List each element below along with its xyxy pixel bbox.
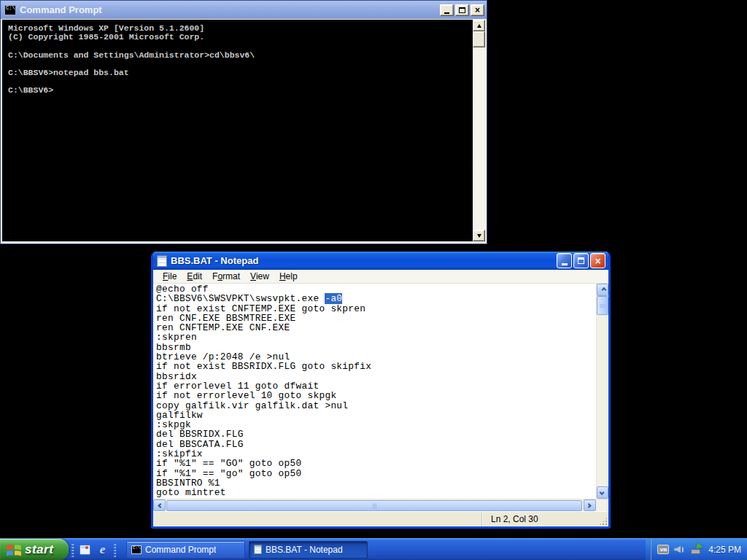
notepad-line: C:\BBSV6\SWSVPKT\swsvpkt.exe -a0 [156,294,596,303]
notepad-line: ren CNFTEMP.EXE CNF.EXE [156,323,596,332]
notepad-line: :skipfix [156,449,596,459]
cmd-close-button[interactable]: × [471,4,484,16]
notepad-window-title: BBS.BAT - Notepad [171,255,557,266]
scrollbar-thumb[interactable] [166,500,582,511]
minimize-icon [444,12,449,14]
notepad-line: copy galfilk.vir galfilk.dat >nul [156,401,596,411]
maximize-icon [578,257,584,264]
taskbar: start e C:\ Command Prompt BBS.BAT - Not… [0,538,747,560]
chevron-right-icon [587,502,592,508]
menu-access-key: V [250,271,256,281]
scrollbar-thumb[interactable] [597,296,608,315]
maximize-icon [459,7,465,13]
notepad-titlebar[interactable]: BBS.BAT - Notepad × [153,252,608,270]
ie-e-glyph: e [100,544,106,556]
taskbar-button-label: BBS.BAT - Notepad [266,545,343,555]
notepad-icon[interactable] [157,255,167,267]
menu-label-part: elp [286,271,298,281]
cmd-icon[interactable]: C:\ [4,5,16,15]
notepad-line: del BBSCATA.FLG [156,440,596,449]
notepad-line: if not exist BBSRIDX.FLG goto skipfix [156,362,596,371]
notepad-line: del BBSRIDX.FLG [156,429,596,439]
internet-explorer-icon[interactable]: e [96,544,109,556]
resize-grip[interactable] [597,512,608,526]
notepad-caption-buttons: × [557,253,605,268]
taskbar-button-notepad[interactable]: BBS.BAT - Notepad [249,541,368,559]
notepad-icon [254,545,262,554]
tray-divider [650,539,651,560]
menu-item[interactable]: View [245,270,274,283]
close-icon: × [475,7,480,14]
notepad-line: @echo off [156,284,596,294]
close-icon: × [595,257,600,265]
notepad-window: BBS.BAT - Notepad × File Edit Format Vie… [151,252,611,529]
scrollbar-track[interactable] [166,499,584,511]
notepad-line: if not errorlevel 10 goto skpgk [156,391,596,400]
notepad-line: if errorlevel 11 goto dfwait [156,381,596,391]
chevron-down-icon [599,490,604,495]
menu-label-part: dit [193,271,202,281]
cmd-maximize-button[interactable] [455,4,469,16]
toolbar-grip[interactable] [71,542,74,557]
notepad-line: ren CNF.EXE BBSMTREE.EXE [156,314,596,323]
toolbar-grip[interactable] [114,542,116,557]
cmd-titlebar[interactable]: C:\ Command Prompt × [1,1,487,19]
vmware-tray-icon[interactable]: vm [657,545,669,554]
taskbar-button-command-prompt[interactable]: C:\ Command Prompt [126,541,245,559]
menu-item[interactable]: Format [207,270,245,283]
notepad-line: goto mintret [156,488,596,497]
notepad-statusbar: Ln 2, Col 30 [153,511,608,526]
notepad-text-area[interactable]: @echo off C:\BBSV6\SWSVPKT\swsvpkt.exe -… [153,284,596,499]
triangle-up-icon [477,24,481,28]
windows-flag-icon [6,542,22,557]
quicklaunch-app-icon[interactable] [79,544,91,556]
statusbar-filler [153,512,481,526]
quick-launch-bar: e [69,539,119,560]
notepad-maximize-button[interactable] [573,253,589,268]
taskbar-clock[interactable]: 4:25 PM [708,545,741,555]
scroll-up-button[interactable] [597,284,608,296]
cmd-body: Microsoft Windows XP [Version 5.1.2600] … [1,19,487,244]
scroll-up-button[interactable] [473,20,485,31]
cursor-position-status: Ln 2, Col 30 [481,512,597,526]
notepad-line: :skpren [156,332,596,342]
scrollbar-track[interactable] [597,315,608,486]
menu-item[interactable]: File [158,270,182,283]
cmd-minimize-button[interactable] [440,4,454,16]
sound-wave-shape [680,547,684,553]
cmd-vertical-scrollbar[interactable] [473,20,485,241]
start-button[interactable]: start [0,539,69,560]
console-line: (C) Copyright 1985-2001 Microsoft Corp. [8,33,473,42]
menu-label-part: rmat [222,271,240,281]
desktop[interactable]: C:\ Command Prompt × Microsoft Windows X… [0,0,747,560]
menu-item[interactable]: Help [274,270,303,283]
command-prompt-window: C:\ Command Prompt × Microsoft Windows X… [0,0,487,244]
scrollbar-thumb[interactable] [473,31,485,47]
console-line [8,42,473,50]
scroll-left-button[interactable] [153,499,166,511]
taskbar-button-label: Command Prompt [145,545,216,555]
notepad-horizontal-scrollbar[interactable] [153,499,608,511]
scroll-down-button[interactable] [473,230,485,241]
scrollbar-corner [596,499,608,511]
scroll-right-button[interactable] [584,499,596,511]
cmd-caption-buttons: × [440,4,484,16]
app-window-icon [80,545,90,555]
notepad-vertical-scrollbar[interactable] [596,284,608,499]
taskbar-window-buttons: C:\ Command Prompt BBS.BAT - Notepad [126,541,368,559]
menu-item[interactable]: Edit [182,270,207,283]
notepad-minimize-button[interactable] [557,253,572,268]
notepad-close-button[interactable]: × [590,253,605,268]
volume-icon[interactable] [673,545,685,555]
safely-remove-hardware-icon[interactable] [689,544,703,555]
console-output[interactable]: Microsoft Windows XP [Version 5.1.2600] … [2,20,473,241]
notepad-line: bbsrmb [156,343,596,352]
line-text: goto mintret [156,487,226,498]
notepad-line: bbsridx [156,372,596,381]
scrollbar-track[interactable] [473,47,485,230]
notepad-line: if not exist CNFTEMP.EXE goto skpren [156,304,596,314]
start-button-label: start [25,542,53,557]
scroll-down-button[interactable] [597,486,608,499]
console-area[interactable]: Microsoft Windows XP [Version 5.1.2600] … [2,20,485,241]
notepad-menubar: File Edit Format View Help [153,270,608,284]
